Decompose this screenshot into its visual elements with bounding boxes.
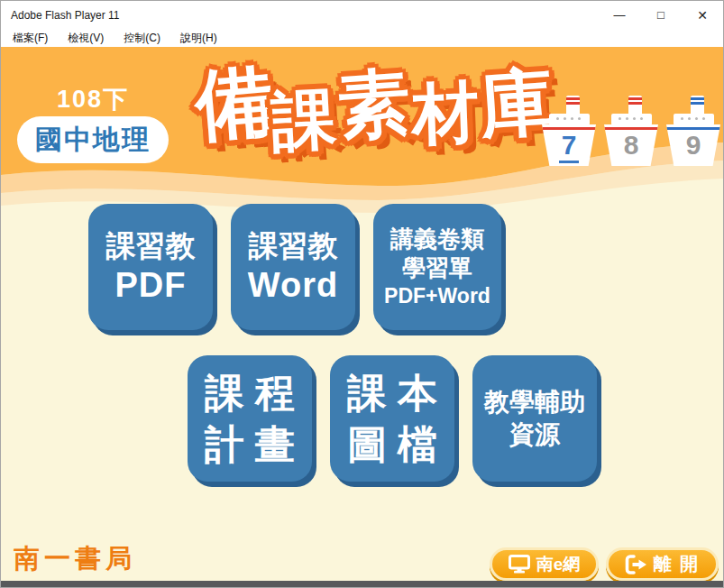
- semester-label: 108下: [48, 83, 138, 115]
- boat-funnel-icon: [628, 96, 642, 115]
- teaching-aids-button[interactable]: 教學輔助 資源: [472, 355, 597, 482]
- minimize-button[interactable]: —: [599, 1, 640, 29]
- button-label-line: 課本: [336, 367, 448, 418]
- title-char: 備: [192, 60, 276, 144]
- bottom-border-strip: [1, 581, 723, 587]
- grade-9-number: 9: [666, 132, 720, 159]
- button-label-line: 講義卷類: [390, 225, 484, 254]
- textbook-images-button[interactable]: 課本 圖檔: [330, 355, 454, 482]
- maximize-button[interactable]: □: [640, 1, 682, 29]
- boat-funnel-icon: [566, 96, 580, 115]
- handouts-worksheets-button[interactable]: 講義卷類 學習單 PDF+Word: [373, 204, 501, 330]
- title-bar: Adobe Flash Player 11 — □ ✕: [1, 1, 723, 29]
- publisher-logo: 南一書局: [14, 541, 136, 577]
- flash-stage: 108下 國中地理 備 課 素 材 庫 7 8: [1, 47, 723, 583]
- monitor-icon: [509, 555, 530, 574]
- button-label-line: PDF+Word: [384, 283, 490, 308]
- boat-hull-icon: 7: [542, 124, 596, 166]
- grade-7-boat-tab[interactable]: 7: [542, 96, 596, 166]
- boat-funnel-icon: [691, 96, 704, 115]
- grade-8-boat-tab[interactable]: 8: [604, 96, 658, 166]
- boat-cabin-icon: [549, 114, 590, 125]
- title-char: 材: [411, 78, 481, 159]
- button-label-line: 課習教: [249, 228, 338, 264]
- grade-7-number: 7: [559, 130, 580, 163]
- nan-e-web-button[interactable]: 南e網: [490, 547, 599, 581]
- button-label-line: 課習教: [106, 228, 196, 264]
- workbook-pdf-button[interactable]: 課習教 PDF: [88, 204, 213, 330]
- window-title: Adobe Flash Player 11: [1, 9, 599, 22]
- page-title: 備 課 素 材 庫: [195, 59, 553, 142]
- close-button[interactable]: ✕: [682, 1, 723, 29]
- workbook-word-button[interactable]: 課習教 Word: [231, 204, 355, 330]
- button-label-line: Word: [248, 264, 338, 306]
- button-label-line: 學習單: [402, 254, 472, 283]
- button-label-line: 計畫: [194, 418, 306, 470]
- exit-icon: [625, 555, 647, 574]
- grade-9-boat-tab[interactable]: 9: [666, 96, 720, 166]
- button-label-line: 課程: [194, 367, 306, 418]
- grade-boat-tabs: 7 8 9: [542, 96, 720, 166]
- menu-bar: 檔案(F) 檢視(V) 控制(C) 說明(H): [1, 29, 723, 47]
- menu-view[interactable]: 檢視(V): [58, 29, 114, 47]
- menu-help[interactable]: 說明(H): [170, 29, 227, 47]
- exit-label: 離 開: [654, 552, 701, 576]
- boat-hull-icon: 8: [604, 124, 658, 166]
- button-label-line: 教學輔助: [484, 386, 585, 418]
- grade-8-number: 8: [604, 132, 658, 159]
- menu-file[interactable]: 檔案(F): [3, 29, 58, 47]
- button-label-line: PDF: [115, 264, 187, 306]
- subject-label: 國中地理: [35, 122, 151, 159]
- title-char: 素: [335, 66, 413, 148]
- flash-player-window: Adobe Flash Player 11 — □ ✕ 檔案(F) 檢視(V) …: [0, 0, 724, 588]
- boat-hull-icon: 9: [666, 124, 720, 166]
- boat-cabin-icon: [674, 114, 714, 125]
- course-plan-button[interactable]: 課程 計畫: [188, 355, 312, 482]
- nan-e-web-label: 南e網: [536, 553, 581, 576]
- exit-button[interactable]: 離 開: [606, 547, 719, 581]
- menu-control[interactable]: 控制(C): [114, 29, 170, 47]
- button-label-line: 圖檔: [336, 418, 448, 470]
- boat-cabin-icon: [611, 114, 652, 125]
- title-char: 課: [270, 87, 338, 168]
- subject-badge: 國中地理: [17, 116, 169, 163]
- button-label-line: 資源: [509, 418, 560, 451]
- window-controls: — □ ✕: [599, 1, 723, 29]
